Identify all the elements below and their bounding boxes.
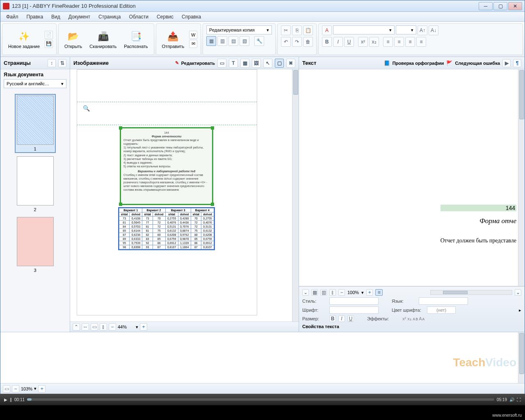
small-doc-icon[interactable]: 📄 [45, 31, 53, 39]
paste-icon[interactable]: 📋 [303, 25, 313, 35]
page-thumbnail-3[interactable]: 3 [15, 215, 56, 274]
align-justify-icon[interactable]: ≡ [416, 37, 426, 47]
pages-tool-2-icon[interactable]: ⇅ [58, 59, 66, 67]
zoom-in-icon[interactable]: + [140, 323, 147, 331]
undo-icon[interactable]: ↶ [281, 37, 291, 47]
menu-areas[interactable]: Области [125, 13, 153, 21]
text-zoom-value[interactable]: 100% [347, 290, 359, 295]
chevron-down-icon[interactable]: ⌄ [515, 289, 521, 296]
expand-down-icon[interactable]: ⌄ [302, 289, 309, 296]
delete-area-icon[interactable]: ✖ [286, 59, 295, 68]
recognized-text-area[interactable]: 144 Форма отчетности Отчет должен быть п… [120, 127, 213, 205]
pause-icon[interactable]: ‖ [10, 397, 12, 402]
image-viewport[interactable]: 🔍 144 Форма отчетности Отчет должен быть… [70, 69, 299, 322]
layout-btn-1[interactable]: ▦ [206, 36, 216, 46]
bold-icon[interactable]: B [322, 37, 332, 47]
text-area-icon[interactable]: T [229, 59, 238, 68]
table-area-icon[interactable]: ▦ [240, 59, 249, 68]
pages-tool-1-icon[interactable]: ↕ [48, 59, 56, 67]
text-zoom-in-icon[interactable]: + [366, 289, 373, 296]
split-icon[interactable]: ⫿ [100, 323, 107, 331]
props-next-icon[interactable]: ▸ [519, 308, 521, 313]
pilcrow-icon[interactable]: ¶ [513, 59, 521, 67]
style-field[interactable] [329, 297, 379, 305]
fit-page-icon[interactable]: ▭ [91, 323, 98, 331]
picture-area-icon[interactable]: 🖼 [252, 59, 261, 68]
subscript-icon[interactable]: x₂ [369, 37, 379, 47]
text-scrollbar[interactable] [518, 69, 525, 286]
send-button[interactable]: 📤Отправить [160, 29, 187, 50]
spellcheck-button[interactable]: Проверка орфографии [393, 61, 444, 66]
hscroll-text[interactable] [430, 290, 512, 295]
pointer-icon[interactable]: ↖ [263, 59, 272, 68]
volume-icon[interactable]: 🔊 [509, 397, 514, 402]
next-error-button[interactable]: Следующая ошибка [455, 61, 500, 66]
close-button[interactable]: ✕ [508, 2, 522, 10]
font-color-icon[interactable]: A [322, 25, 332, 35]
font-size-dropdown[interactable]: ▾ [396, 25, 416, 34]
edit-image-button[interactable]: Редактировать [181, 61, 215, 66]
underline-icon[interactable]: U [344, 37, 354, 47]
redo-icon[interactable]: ↷ [292, 37, 302, 47]
page-thumbnail-1[interactable]: 1 [15, 94, 56, 153]
menu-edit[interactable]: Правка [23, 13, 48, 21]
text-zoom-out-icon[interactable]: − [338, 289, 345, 296]
send-mail-icon[interactable]: ✉ [189, 40, 197, 48]
layout-btn-3[interactable]: ▤ [228, 36, 238, 46]
bottom-scrollbar[interactable] [518, 332, 525, 383]
italic-icon[interactable]: I [333, 37, 343, 47]
fontsize-up-icon[interactable]: A↑ [418, 25, 427, 35]
crop-icon[interactable]: ▭ [217, 59, 226, 68]
select-icon[interactable]: ▢ [275, 59, 284, 68]
layout-btn-4[interactable]: ▧ [240, 36, 249, 46]
menu-service[interactable]: Сервис [153, 13, 178, 21]
font-field[interactable] [329, 306, 379, 314]
bottom-zoom-out-icon[interactable]: − [12, 385, 19, 393]
font-family-dropdown[interactable]: ▾ [333, 25, 395, 34]
text-mode-icon[interactable]: ≡ [375, 289, 383, 296]
fit-width-icon[interactable]: ↔ [82, 323, 89, 331]
next-icon[interactable]: ▶ [502, 59, 511, 67]
menu-file[interactable]: Файл [2, 13, 23, 21]
underline2-icon[interactable]: U [347, 315, 354, 322]
superscript-icon[interactable]: x² [358, 37, 368, 47]
minimize-button[interactable]: ─ [479, 2, 493, 10]
fullscreen-icon[interactable]: ⛶ [517, 397, 521, 402]
delete-icon[interactable]: 🗑 [303, 37, 313, 47]
bold2-icon[interactable]: B [329, 315, 336, 322]
style-dropdown[interactable]: Редактируемая копия▾ [206, 25, 272, 34]
grid1-icon[interactable]: ▦ [311, 289, 318, 296]
open-button[interactable]: 📂Открыть [62, 29, 84, 50]
copy-icon[interactable]: ⎘ [292, 25, 302, 35]
color-field[interactable]: (нет) [427, 306, 456, 314]
recognize-button[interactable]: 📑Распознать [121, 29, 150, 50]
collapse-up-icon[interactable]: ⌃ [73, 323, 80, 331]
layout-btn-2[interactable]: ▥ [217, 36, 227, 46]
grid2-icon[interactable]: ▥ [320, 289, 327, 296]
wrench-icon[interactable]: 🔧 [254, 36, 264, 46]
zoom-out-icon[interactable]: − [109, 323, 116, 331]
menu-page[interactable]: Страница [94, 13, 125, 21]
align-center-icon[interactable]: ≡ [394, 37, 404, 47]
page-thumbnail-2[interactable]: 2 [15, 155, 56, 214]
send-word-icon[interactable]: W [189, 31, 197, 39]
fontsize-down-icon[interactable]: A↓ [429, 25, 438, 35]
italic2-icon[interactable]: I [338, 315, 345, 322]
recognized-table-area[interactable]: Вариант 1Вариант 2Вариант 3Вариант 4shta… [118, 207, 215, 250]
bottom-layout-icon[interactable]: ▭ [3, 385, 10, 393]
small-save-icon[interactable]: 💾 [45, 40, 53, 48]
new-task-button[interactable]: ✨Новое задание [6, 29, 42, 50]
player-track[interactable] [27, 398, 494, 401]
menu-help[interactable]: Справка [178, 13, 205, 21]
menu-view[interactable]: Вид [47, 13, 64, 21]
image-zoom-value[interactable]: 44% [118, 324, 134, 329]
grid3-icon[interactable]: ⫿ [329, 289, 336, 296]
image-scrollbar[interactable] [292, 69, 299, 322]
bottom-zoom-in-icon[interactable]: + [38, 385, 46, 393]
maximize-button[interactable]: ▢ [493, 2, 507, 10]
language-dropdown[interactable]: Русский и английс…▾ [4, 79, 66, 88]
lang-field[interactable] [419, 297, 468, 305]
align-left-icon[interactable]: ≡ [383, 37, 393, 47]
scan-button[interactable]: 📠Сканировать [87, 29, 119, 50]
bottom-zoom-value[interactable]: 103% [21, 386, 32, 391]
